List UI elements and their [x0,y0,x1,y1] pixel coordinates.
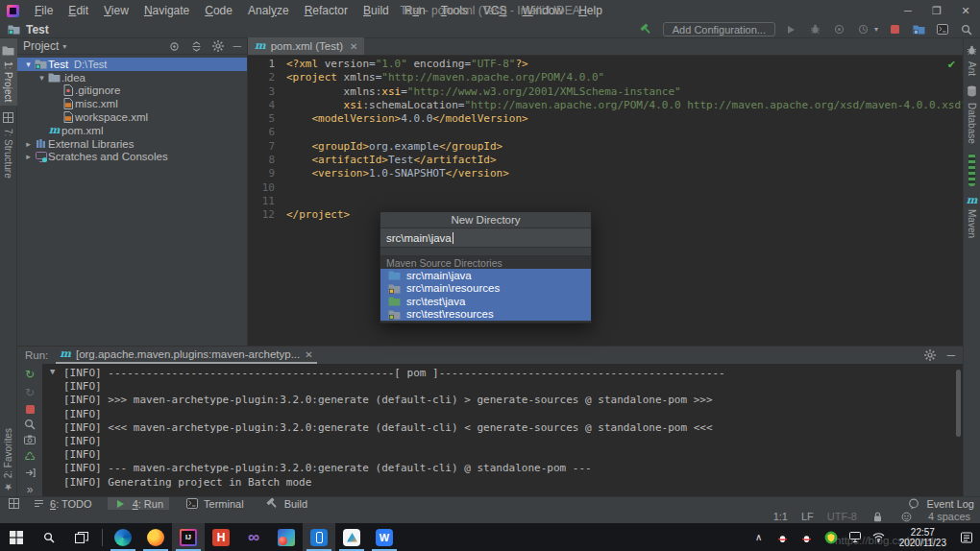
tree-item-misc-xml[interactable]: misc.xml [17,97,247,110]
code-editor[interactable]: ✔ 1<?xml version="1.0" encoding="UTF-8"?… [248,56,963,346]
run-configuration-combo[interactable]: Add Configuration... [663,22,775,36]
editor-tab-pom[interactable]: m pom.xml (Test) ✕ [248,37,364,55]
taskbar-app-intellij[interactable] [172,523,205,551]
stripe-2-favorites[interactable]: ★2: Favorites [2,424,14,496]
tray-display-icon[interactable] [847,530,863,545]
toolwindow-4-run[interactable]: 4: Run [108,497,169,511]
line-number[interactable]: 11 [248,195,286,208]
more-icon[interactable]: » [23,483,37,496]
line-number[interactable]: 5 [248,112,286,126]
tree-item-workspace-xml[interactable]: workspace.xml [17,110,247,124]
taskbar-search-button[interactable] [33,523,65,551]
toolwindow-build[interactable]: Build [259,497,313,511]
popup-item-src-main-java[interactable]: src\main\java [380,269,591,282]
menu-view[interactable]: View [96,2,136,19]
hide-panel-icon[interactable]: ─ [947,349,955,361]
line-ending[interactable]: LF [801,511,814,522]
popup-item-src-test-resources[interactable]: src\test\resources [380,308,591,322]
tree-item-gitignore[interactable]: .gitignore [17,84,247,98]
stop-icon[interactable] [23,404,37,414]
line-number[interactable]: 9 [248,167,286,180]
line-number[interactable]: 6 [248,126,286,139]
project-structure-icon[interactable] [911,22,926,37]
line-number[interactable]: 2 [248,71,286,84]
project-panel-title[interactable]: Project [23,39,59,53]
menu-build[interactable]: Build [355,2,397,19]
search-everywhere-icon[interactable] [959,22,974,37]
toolwindow-6-todo[interactable]: 6: TODO [25,497,98,511]
stripe-1-project[interactable]: 1: Project [0,38,17,106]
taskbar-app-visual-studio[interactable]: ∞ [237,523,270,551]
tree-expanded-arrow[interactable]: ▾ [23,60,34,69]
popup-item-src-main-resources[interactable]: src\main\resources [380,282,591,296]
settings-icon[interactable] [210,38,226,54]
task-view-button[interactable] [65,523,98,551]
lock-icon[interactable] [870,509,886,524]
exit-icon[interactable] [23,467,37,478]
build-hammer-icon[interactable] [639,22,654,37]
menu-code[interactable]: Code [197,2,240,19]
console-scrollbar[interactable] [956,370,961,437]
taskbar-clock[interactable]: 22:572020/11/23 [895,527,950,548]
locate-icon[interactable] [166,38,182,54]
highlighting-level-icon[interactable] [899,509,915,524]
line-number[interactable]: 4 [248,99,286,112]
chevron-down-icon[interactable]: ▾ [62,42,66,51]
tree-item-external-libraries[interactable]: ▸External Libraries [17,137,247,151]
line-number[interactable]: 1 [248,58,286,71]
tree-item-scratches-and-consoles[interactable]: ▸Scratches and Consoles [17,151,247,164]
line-number[interactable]: 8 [248,154,286,167]
tree-collapsed-arrow[interactable]: ▸ [23,152,34,161]
tray-security-icon[interactable] [823,530,839,545]
run-console[interactable]: ▼ [INFO] -------------------------------… [42,364,963,496]
rerun-failed-icon[interactable]: ↻ [23,386,37,399]
line-number[interactable]: 10 [248,181,286,195]
indent-setting[interactable]: 4 spaces [928,511,970,522]
line-number[interactable]: 3 [248,85,286,99]
menu-navigate[interactable]: Navigate [136,2,197,19]
popup-item-src-test-java[interactable]: src\test\java [380,295,591,308]
collapse-all-icon[interactable] [188,38,204,54]
taskbar-app-game[interactable] [270,523,303,551]
tray-tray-expand-icon[interactable]: ∧ [751,530,767,545]
hide-icon[interactable]: ─ [233,39,241,53]
stripe-maven[interactable]: mMaven [966,192,979,242]
stripe-7-structure[interactable]: 7: Structure [0,106,17,182]
taskbar-app-phone[interactable] [303,523,335,551]
breadcrumb[interactable]: Test [6,22,49,37]
action-center-icon[interactable] [959,530,974,545]
minimize-button[interactable]: ─ [894,0,922,21]
menu-refactor[interactable]: Refactor [297,2,355,19]
stripe-ant[interactable]: Ant [964,38,980,80]
search-icon[interactable] [23,419,37,430]
taskbar-app-wps[interactable]: W [368,523,401,551]
maximize-button[interactable]: ❐ [922,0,951,21]
debug-icon[interactable] [808,22,823,37]
start-button[interactable] [0,523,33,551]
tray-qq-2-icon[interactable] [799,530,815,545]
profiler-icon[interactable] [856,22,871,37]
menu-analyze[interactable]: Analyze [240,2,297,19]
tray-network-icon[interactable] [871,530,887,545]
close-button[interactable]: ✕ [951,0,980,21]
run-anything-icon[interactable] [935,22,950,37]
line-number[interactable]: 12 [248,208,286,222]
stop-icon[interactable] [887,22,902,37]
taskbar-app-edge[interactable] [107,523,139,551]
file-encoding[interactable]: UTF-8 [827,511,857,522]
tree-collapsed-arrow[interactable]: ▸ [23,139,34,149]
tray-qq-1-icon[interactable] [775,530,791,545]
tree-item-pom-xml[interactable]: mpom.xml [17,124,247,137]
menu-edit[interactable]: Edit [61,2,96,19]
line-number[interactable]: 7 [248,140,286,154]
tree-expanded-arrow[interactable]: ▾ [37,73,47,83]
stripe-database[interactable]: Database [964,80,980,148]
run-console-tab[interactable]: m [org.apache.maven.plugins:maven-archet… [56,347,316,364]
inspection-ok-icon[interactable]: ✔ [947,59,956,71]
taskbar-app-hbuilder[interactable]: H [205,523,237,551]
run-icon[interactable] [784,22,799,37]
profiler-dropdown-icon[interactable]: ▾ [874,25,878,34]
tree-item-idea[interactable]: ▾.idea [17,71,247,84]
camera-icon[interactable] [23,435,37,444]
taskbar-app-cloud[interactable] [335,523,368,551]
